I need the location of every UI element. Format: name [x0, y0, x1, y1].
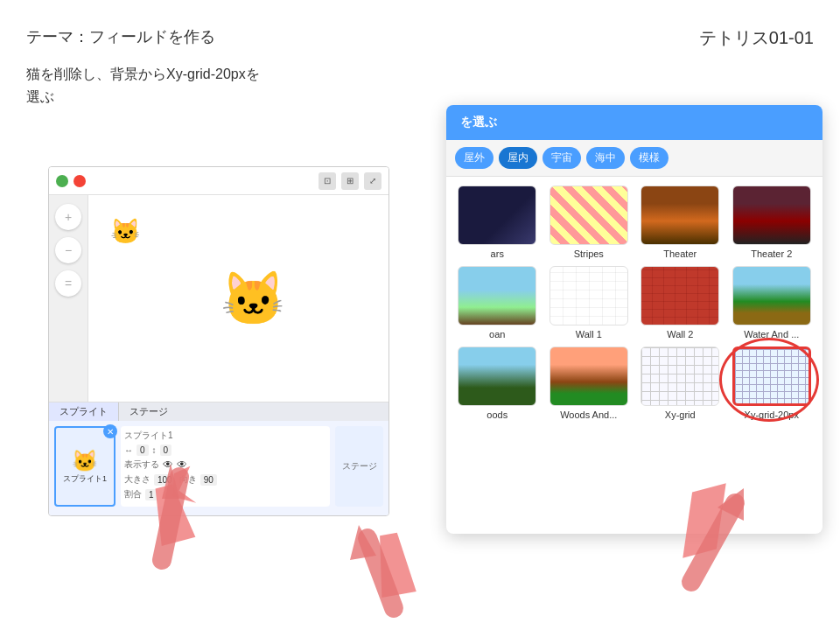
size-value[interactable]: 100 [154, 474, 176, 486]
sprite-cat-icon: 🐱 [72, 449, 98, 473]
x-label: ↔ [124, 445, 133, 455]
stage-right-panel: ステージ [335, 426, 383, 507]
bg-thumb-woods[interactable] [458, 346, 536, 406]
zoom-out-icon[interactable]: − [55, 237, 81, 263]
bg-label-woods: oods [486, 410, 508, 420]
sprite-info-panel: スプライト1 ↔ 0 ↕ 0 表示する 👁 👁 大きさ 100 向き [121, 426, 330, 507]
svg-marker-5 [350, 525, 376, 560]
category-pattern[interactable]: 模様 [630, 147, 668, 169]
bg-label-theater2: Theater 2 [751, 248, 792, 259]
bg-label-japan: oan [489, 329, 505, 340]
scratch-cat-thumbnail: 🐱 [110, 217, 141, 246]
bg-item-wall2[interactable]: Wall 2 [638, 266, 723, 340]
stage-tab[interactable]: ステージ [119, 402, 178, 421]
expand-icon[interactable]: ⤢ [364, 172, 382, 190]
eye-open-icon[interactable]: 👁 [163, 458, 173, 471]
stage-area: + − = 🐱 🐱 [49, 195, 388, 402]
bg-item-japan[interactable]: oan [455, 266, 540, 340]
bg-item-wall1[interactable]: Wall 1 [547, 266, 632, 340]
sprite-info-size-row: 大きさ 100 向き 90 [124, 473, 326, 486]
scratch-cat-main: 🐱 [220, 268, 286, 330]
layout-icon[interactable]: ⊞ [341, 172, 359, 190]
size-label: 大きさ [124, 473, 150, 486]
svg-marker-2 [371, 531, 416, 598]
ratio-value[interactable]: 1 [145, 489, 158, 500]
bg-picker-header: を選ぶ [446, 105, 822, 140]
arrow-backdrop [371, 531, 416, 598]
sprite-tab[interactable]: スプライト [49, 402, 119, 421]
sprite-name-label: スプライト1 [63, 473, 107, 485]
bg-label-xygrid: Xy-grid [665, 410, 696, 420]
sprite-info-xy-row: ↔ 0 ↕ 0 [124, 444, 326, 456]
lesson-id: テトリス01-01 [699, 26, 814, 50]
theme-title: テーマ：フィールドを作る [26, 26, 394, 47]
sprite-delete-btn[interactable]: ✕ [103, 424, 117, 438]
bg-label-wall2: Wall 2 [667, 329, 693, 340]
zoom-in-icon[interactable]: + [55, 204, 81, 230]
bg-item-theater[interactable]: Theater [638, 186, 723, 259]
bg-thumb-xygrid[interactable] [640, 346, 719, 406]
y-value[interactable]: 0 [160, 444, 172, 456]
bg-picker-title: を選ぶ [460, 115, 497, 130]
bottom-content: ✕ 🐱 スプライト1 スプライト1 ↔ 0 ↕ 0 表示する 👁 👁 [49, 421, 388, 512]
sprite-stage-tabs: スプライト ステージ [49, 402, 388, 421]
red-dot[interactable] [74, 175, 86, 187]
bg-thumb-stars[interactable] [458, 186, 536, 245]
bg-item-water[interactable]: Water And ... [730, 266, 815, 340]
add-backdrop-button[interactable]: 🖼 [352, 515, 382, 516]
instruction-text: 猫を削除し、背景からXy-grid-20pxを選ぶ [26, 63, 394, 108]
bg-thumb-wall2[interactable] [640, 266, 719, 326]
scratch-editor: ⊡ ⊞ ⤢ + − = 🐱 🐱 スプライト ステージ ✕ 🐱 スプライト1 [48, 166, 389, 516]
bg-thumb-woodsand[interactable] [550, 346, 628, 406]
stage-canvas: 🐱 🐱 [88, 195, 388, 402]
bg-label-xygrid20: Xy-grid-20px [745, 410, 799, 420]
ratio-label: 割合 [124, 488, 142, 500]
toolbar-icons: ⊡ ⊞ ⤢ [318, 172, 382, 190]
category-outdoor[interactable]: 屋外 [455, 147, 494, 169]
bg-thumb-xygrid20[interactable] [732, 346, 811, 406]
bg-label-water: Water And ... [744, 329, 799, 340]
bg-grid: ars Stripes Theater Theater 2 oan Wall 1… [446, 177, 822, 534]
bg-label-stars: ars [491, 248, 504, 259]
bg-label-theater: Theater [663, 248, 696, 259]
sprite-thumbnail[interactable]: ✕ 🐱 スプライト1 [54, 426, 116, 507]
bg-item-woods[interactable]: oods [455, 346, 540, 420]
category-space[interactable]: 宇宙 [542, 147, 581, 169]
bg-thumb-theater2[interactable] [732, 186, 811, 245]
bg-item-xygrid20[interactable]: Xy-grid-20px [730, 346, 815, 420]
bg-picker-categories: 屋外 屋内 宇宙 海中 模様 [446, 140, 822, 177]
bg-thumb-water[interactable] [732, 266, 811, 326]
bg-thumb-japan[interactable] [458, 266, 536, 326]
stage-left-panel: + − = [49, 195, 88, 402]
editor-toolbar: ⊡ ⊞ ⤢ [49, 167, 388, 195]
bg-label-wall1: Wall 1 [576, 329, 602, 340]
bg-item-stripes[interactable]: Stripes [547, 186, 632, 259]
add-sprite-button[interactable]: 🐱 [315, 515, 345, 516]
direction-value[interactable]: 90 [200, 474, 217, 486]
bg-thumb-stripes[interactable] [550, 186, 628, 245]
fullscreen-icon[interactable]: ⊡ [318, 172, 336, 190]
sprite-info-show-row: 表示する 👁 👁 [124, 458, 326, 471]
bg-thumb-wall1[interactable] [550, 266, 628, 326]
bg-item-xygrid[interactable]: Xy-grid [638, 346, 723, 420]
reset-zoom-icon[interactable]: = [55, 270, 81, 297]
editor-bottom: スプライト ステージ ✕ 🐱 スプライト1 スプライト1 ↔ 0 ↕ 0 [49, 402, 388, 515]
bg-item-stars[interactable]: ars [455, 186, 540, 259]
category-indoor[interactable]: 屋内 [499, 147, 537, 169]
stage-label: ステージ [342, 460, 377, 472]
eye-closed-icon[interactable]: 👁 [177, 458, 187, 471]
bg-item-theater2[interactable]: Theater 2 [730, 186, 815, 259]
sprite-info-ratio-row: 割合 1 [124, 488, 326, 500]
category-underwater[interactable]: 海中 [586, 147, 625, 169]
y-label: ↕ [152, 445, 157, 455]
bg-thumb-theater[interactable] [640, 186, 719, 245]
sprite-info-name-row: スプライト1 [124, 430, 326, 442]
bg-label-woodsand: Woods And... [560, 410, 617, 420]
direction-label: 向き [179, 473, 197, 486]
x-value[interactable]: 0 [136, 444, 149, 456]
bg-picker: を選ぶ 屋外 屋内 宇宙 海中 模様 ars Stripes Theater T… [446, 105, 822, 534]
show-label: 表示する [124, 458, 159, 471]
sprite-info-name-label: スプライト1 [124, 430, 173, 442]
bg-item-woodsand[interactable]: Woods And... [547, 346, 632, 420]
green-dot[interactable] [56, 175, 68, 187]
